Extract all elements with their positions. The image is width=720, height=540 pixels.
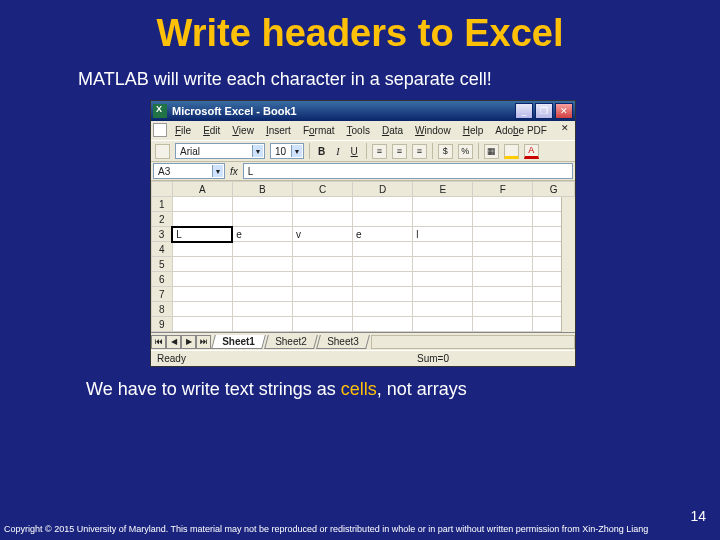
row-header[interactable]: 4 bbox=[152, 242, 173, 257]
cell[interactable] bbox=[232, 257, 292, 272]
menu-format[interactable]: Format bbox=[297, 123, 341, 138]
cell[interactable] bbox=[413, 317, 473, 332]
fx-button[interactable]: fx bbox=[225, 166, 243, 177]
sheet-tab-3[interactable]: Sheet3 bbox=[316, 335, 369, 349]
toolbar-icon[interactable] bbox=[155, 144, 170, 159]
cell-a3[interactable]: L bbox=[172, 227, 232, 242]
cell[interactable] bbox=[172, 242, 232, 257]
italic-button[interactable]: I bbox=[333, 146, 342, 157]
column-header-c[interactable]: C bbox=[292, 182, 352, 197]
cell[interactable] bbox=[172, 317, 232, 332]
row-header[interactable]: 5 bbox=[152, 257, 173, 272]
vertical-scrollbar[interactable] bbox=[561, 197, 575, 332]
cell[interactable] bbox=[473, 287, 533, 302]
cell[interactable] bbox=[292, 272, 352, 287]
column-header-a[interactable]: A bbox=[172, 182, 232, 197]
maximize-button[interactable]: ❐ bbox=[535, 103, 553, 119]
chevron-down-icon[interactable]: ▼ bbox=[252, 145, 263, 157]
row-header[interactable]: 8 bbox=[152, 302, 173, 317]
column-header-g[interactable]: G bbox=[533, 182, 575, 197]
cell[interactable] bbox=[232, 317, 292, 332]
column-header-f[interactable]: F bbox=[473, 182, 533, 197]
cell[interactable] bbox=[292, 212, 352, 227]
row-header[interactable]: 7 bbox=[152, 287, 173, 302]
menu-adobe-pdf[interactable]: Adobe PDF bbox=[489, 123, 553, 138]
percent-icon[interactable]: % bbox=[458, 144, 473, 159]
close-button[interactable]: ✕ bbox=[555, 103, 573, 119]
minimize-button[interactable]: _ bbox=[515, 103, 533, 119]
menu-help[interactable]: Help bbox=[457, 123, 490, 138]
align-center-icon[interactable]: ≡ bbox=[392, 144, 407, 159]
cell[interactable] bbox=[473, 212, 533, 227]
column-header-b[interactable]: B bbox=[232, 182, 292, 197]
formula-input[interactable]: L bbox=[243, 163, 573, 179]
row-header[interactable]: 6 bbox=[152, 272, 173, 287]
cell[interactable] bbox=[353, 197, 413, 212]
cell[interactable] bbox=[353, 272, 413, 287]
tab-first-icon[interactable]: ⏮ bbox=[151, 335, 166, 349]
cell[interactable] bbox=[353, 302, 413, 317]
cell[interactable] bbox=[473, 317, 533, 332]
cell[interactable] bbox=[353, 242, 413, 257]
document-close-button[interactable]: ✕ bbox=[558, 123, 572, 135]
cell[interactable] bbox=[413, 197, 473, 212]
cell[interactable] bbox=[232, 302, 292, 317]
borders-icon[interactable]: ▦ bbox=[484, 144, 499, 159]
tab-next-icon[interactable]: ▶ bbox=[181, 335, 196, 349]
chevron-down-icon[interactable]: ▼ bbox=[291, 145, 302, 157]
cell[interactable] bbox=[353, 317, 413, 332]
cell[interactable] bbox=[172, 302, 232, 317]
cell[interactable] bbox=[473, 197, 533, 212]
cell-b3[interactable]: e bbox=[232, 227, 292, 242]
cell[interactable] bbox=[292, 242, 352, 257]
cell[interactable] bbox=[413, 287, 473, 302]
cell[interactable] bbox=[232, 287, 292, 302]
cell-f3[interactable] bbox=[473, 227, 533, 242]
cell[interactable] bbox=[232, 272, 292, 287]
cell-d3[interactable]: e bbox=[353, 227, 413, 242]
cell[interactable] bbox=[292, 287, 352, 302]
cell[interactable] bbox=[353, 287, 413, 302]
menu-window[interactable]: Window bbox=[409, 123, 457, 138]
menu-tools[interactable]: Tools bbox=[341, 123, 376, 138]
cell[interactable] bbox=[413, 302, 473, 317]
cell[interactable] bbox=[172, 272, 232, 287]
cell[interactable] bbox=[292, 197, 352, 212]
menu-data[interactable]: Data bbox=[376, 123, 409, 138]
align-right-icon[interactable]: ≡ bbox=[412, 144, 427, 159]
menu-file[interactable]: File bbox=[169, 123, 197, 138]
cell[interactable] bbox=[172, 212, 232, 227]
cell[interactable] bbox=[172, 197, 232, 212]
sheet-tab-1[interactable]: Sheet1 bbox=[211, 335, 266, 349]
sheet-tab-2[interactable]: Sheet2 bbox=[264, 335, 317, 349]
column-header-e[interactable]: E bbox=[413, 182, 473, 197]
cell[interactable] bbox=[172, 257, 232, 272]
row-header[interactable]: 3 bbox=[152, 227, 173, 242]
select-all-corner[interactable] bbox=[152, 182, 173, 197]
cell[interactable] bbox=[413, 257, 473, 272]
name-box[interactable]: A3 ▼ bbox=[153, 163, 225, 179]
cell[interactable] bbox=[473, 257, 533, 272]
horizontal-scrollbar[interactable] bbox=[371, 335, 575, 349]
cell[interactable] bbox=[232, 212, 292, 227]
cell[interactable] bbox=[232, 197, 292, 212]
cell[interactable] bbox=[292, 302, 352, 317]
cell[interactable] bbox=[413, 242, 473, 257]
row-header[interactable]: 2 bbox=[152, 212, 173, 227]
underline-button[interactable]: U bbox=[348, 146, 361, 157]
cell[interactable] bbox=[292, 317, 352, 332]
cell[interactable] bbox=[353, 257, 413, 272]
cell[interactable] bbox=[232, 242, 292, 257]
cell[interactable] bbox=[413, 272, 473, 287]
row-header[interactable]: 1 bbox=[152, 197, 173, 212]
align-left-icon[interactable]: ≡ bbox=[372, 144, 387, 159]
cell-e3[interactable]: l bbox=[413, 227, 473, 242]
bold-button[interactable]: B bbox=[315, 146, 328, 157]
workbook-icon[interactable] bbox=[153, 123, 167, 137]
menu-edit[interactable]: Edit bbox=[197, 123, 226, 138]
cell-c3[interactable]: v bbox=[292, 227, 352, 242]
tab-last-icon[interactable]: ⏭ bbox=[196, 335, 211, 349]
tab-prev-icon[interactable]: ◀ bbox=[166, 335, 181, 349]
row-header[interactable]: 9 bbox=[152, 317, 173, 332]
cell[interactable] bbox=[353, 212, 413, 227]
